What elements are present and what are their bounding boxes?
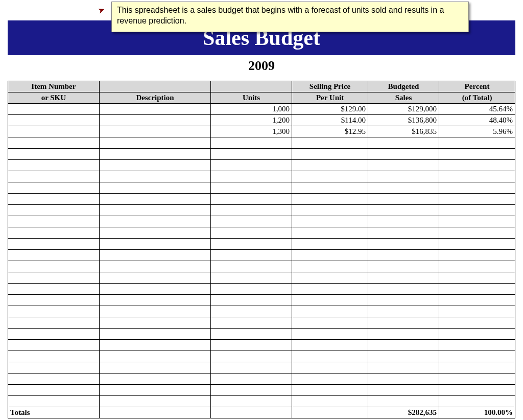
table-row[interactable] [8, 362, 515, 374]
cell-sales[interactable] [368, 340, 439, 351]
cell-desc[interactable] [99, 362, 210, 374]
table-row[interactable] [8, 306, 515, 317]
cell-sales[interactable] [368, 329, 439, 340]
cell-units[interactable] [211, 385, 292, 396]
cell-units[interactable] [211, 149, 292, 160]
cell-units[interactable] [211, 351, 292, 362]
cell-sales[interactable] [368, 137, 439, 149]
cell-price[interactable]: $12.95 [292, 126, 368, 137]
cell-desc[interactable] [99, 317, 210, 329]
table-row[interactable]: 1,200$114.00$136,80048.40% [8, 115, 515, 126]
cell-sku[interactable] [8, 284, 100, 295]
cell-pct[interactable]: 5.96% [439, 126, 515, 137]
cell-desc[interactable] [99, 227, 210, 239]
cell-sku[interactable] [8, 149, 100, 160]
cell-sku[interactable] [8, 182, 100, 194]
table-row[interactable] [8, 171, 515, 182]
cell-sku[interactable] [8, 385, 100, 396]
cell-sales[interactable]: $136,800 [368, 115, 439, 126]
cell-sku[interactable] [8, 329, 100, 340]
cell-price[interactable] [292, 362, 368, 374]
cell-price[interactable] [292, 149, 368, 160]
cell-desc[interactable] [99, 216, 210, 227]
cell-price[interactable] [292, 306, 368, 317]
cell-pct[interactable] [439, 160, 515, 171]
cell-desc[interactable] [99, 250, 210, 261]
cell-units[interactable]: 1,300 [211, 126, 292, 137]
cell-price[interactable] [292, 351, 368, 362]
cell-pct[interactable] [439, 194, 515, 205]
cell-desc[interactable] [99, 104, 210, 115]
cell-sku[interactable] [8, 171, 100, 182]
cell-sku[interactable] [8, 227, 100, 239]
cell-desc[interactable] [99, 374, 210, 385]
table-row[interactable] [8, 216, 515, 227]
cell-pct[interactable] [439, 182, 515, 194]
cell-price[interactable] [292, 340, 368, 351]
cell-price[interactable] [292, 194, 368, 205]
cell-pct[interactable] [439, 306, 515, 317]
cell-price[interactable] [292, 272, 368, 284]
cell-price[interactable] [292, 385, 368, 396]
cell-pct[interactable] [439, 340, 515, 351]
cell-sales[interactable]: $129,000 [368, 104, 439, 115]
cell-sales[interactable] [368, 250, 439, 261]
cell-pct[interactable] [439, 239, 515, 250]
cell-sales[interactable] [368, 227, 439, 239]
cell-units[interactable] [211, 205, 292, 216]
cell-price[interactable]: $129.00 [292, 104, 368, 115]
cell-pct[interactable] [439, 317, 515, 329]
cell-units[interactable] [211, 340, 292, 351]
cell-units[interactable]: 1,000 [211, 104, 292, 115]
cell-sku[interactable] [8, 374, 100, 385]
cell-units[interactable] [211, 194, 292, 205]
cell-sku[interactable] [8, 205, 100, 216]
cell-pct[interactable] [439, 374, 515, 385]
table-row[interactable] [8, 239, 515, 250]
cell-units[interactable] [211, 329, 292, 340]
cell-sales[interactable] [368, 385, 439, 396]
cell-sales[interactable] [368, 284, 439, 295]
cell-desc[interactable] [99, 137, 210, 149]
cell-units[interactable] [211, 137, 292, 149]
table-row[interactable] [8, 149, 515, 160]
cell-pct[interactable] [439, 149, 515, 160]
table-row[interactable] [8, 250, 515, 261]
cell-sales[interactable] [368, 317, 439, 329]
table-row[interactable] [8, 396, 515, 407]
cell-desc[interactable] [99, 171, 210, 182]
table-row[interactable] [8, 317, 515, 329]
table-row[interactable] [8, 227, 515, 239]
cell-sku[interactable] [8, 362, 100, 374]
cell-sales[interactable] [368, 396, 439, 407]
cell-sales[interactable] [368, 374, 439, 385]
cell-sku[interactable] [8, 340, 100, 351]
cell-units[interactable] [211, 374, 292, 385]
cell-desc[interactable] [99, 194, 210, 205]
cell-sales[interactable] [368, 160, 439, 171]
cell-price[interactable] [292, 216, 368, 227]
cell-units[interactable] [211, 171, 292, 182]
cell-sales[interactable] [368, 261, 439, 272]
cell-sales[interactable] [368, 216, 439, 227]
cell-sku[interactable] [8, 137, 100, 149]
cell-price[interactable] [292, 182, 368, 194]
cell-desc[interactable] [99, 261, 210, 272]
cell-sales[interactable] [368, 194, 439, 205]
cell-desc[interactable] [99, 239, 210, 250]
cell-desc[interactable] [99, 340, 210, 351]
cell-pct[interactable] [439, 261, 515, 272]
table-row[interactable] [8, 351, 515, 362]
cell-desc[interactable] [99, 329, 210, 340]
cell-units[interactable] [211, 362, 292, 374]
cell-desc[interactable] [99, 295, 210, 306]
cell-desc[interactable] [99, 396, 210, 407]
cell-sku[interactable] [8, 295, 100, 306]
cell-price[interactable] [292, 160, 368, 171]
cell-sku[interactable] [8, 194, 100, 205]
table-row[interactable] [8, 137, 515, 149]
cell-sku[interactable] [8, 160, 100, 171]
cell-desc[interactable] [99, 284, 210, 295]
cell-desc[interactable] [99, 149, 210, 160]
cell-desc[interactable] [99, 205, 210, 216]
